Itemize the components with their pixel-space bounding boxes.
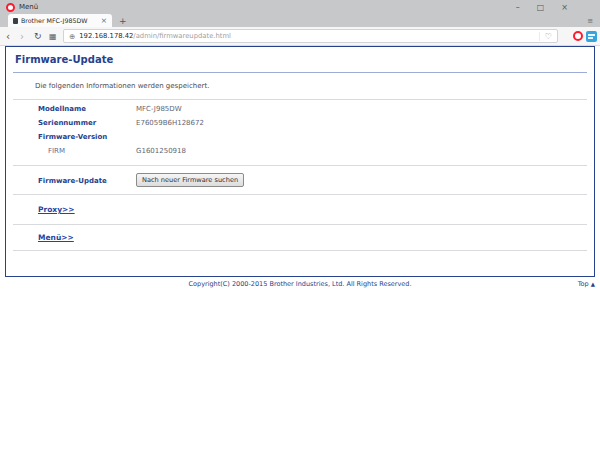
new-tab-button[interactable]: + — [119, 14, 127, 27]
reload-icon[interactable]: ↻ — [34, 27, 42, 45]
top-arrow-icon: ▲ — [591, 281, 595, 287]
info-row-serial: Seriennummer E76059B6H128672 — [6, 117, 594, 129]
intro-text: Die folgenden Informationen werden gespe… — [35, 82, 209, 90]
tab-close-icon[interactable]: × — [101, 16, 107, 25]
modelname-label: Modellname — [38, 105, 86, 113]
menu-bar: Menü – □ × — [0, 0, 600, 14]
site-globe-icon: ⊕ — [69, 32, 75, 41]
maximize-button[interactable]: □ — [537, 3, 545, 12]
top-link[interactable]: Top ▲ — [578, 280, 595, 288]
serial-value: E76059B6H128672 — [136, 119, 204, 127]
divider — [13, 224, 587, 225]
bookmark-heart-icon[interactable]: ♡ — [539, 32, 552, 41]
opera-logo-icon — [6, 3, 15, 12]
firmware-update-row: Firmware-Update Nach neuer Firmware such… — [6, 173, 594, 188]
navigation-toolbar: ‹ › ↻ ▦ ⊕ 192.168.178.42/admin/firmwareu… — [0, 27, 600, 46]
menu-button[interactable]: Menü — [19, 0, 38, 14]
back-icon[interactable]: ‹ — [6, 27, 10, 45]
firm-label: FIRM — [48, 147, 65, 155]
info-row-modelname: Modellname MFC-J985DW — [6, 103, 594, 115]
title-divider — [13, 72, 587, 73]
blue-extension-icon[interactable] — [586, 31, 597, 42]
close-button[interactable]: × — [561, 3, 568, 12]
opera-extension-icon[interactable] — [573, 31, 583, 41]
window-controls: – □ × — [516, 0, 568, 14]
speed-dial-icon[interactable]: ▦ — [49, 27, 57, 45]
serial-label: Seriennummer — [38, 119, 96, 127]
proxy-link[interactable]: Proxy>> — [38, 205, 75, 214]
info-row-firm: FIRM G1601250918 — [6, 145, 594, 157]
divider — [13, 194, 587, 195]
tab-menu-icon[interactable]: ≡ — [587, 14, 593, 27]
browser-window: Menü – □ × Brother MFC-J985DW × + ≡ ‹ › … — [0, 0, 600, 450]
menu-link[interactable]: Menü>> — [38, 233, 74, 242]
minimize-button[interactable]: – — [516, 3, 520, 12]
url-path: /admin/firmwareupdate.html — [133, 32, 231, 40]
url-host: 192.168.178.42 — [79, 32, 133, 40]
firmware-update-label: Firmware-Update — [38, 177, 107, 185]
firm-value: G1601250918 — [136, 147, 186, 155]
divider — [13, 250, 587, 251]
tab-favicon-printer-icon — [13, 18, 18, 24]
tab-brother-admin[interactable]: Brother MFC-J985DW × — [8, 14, 112, 27]
page-content: Firmware-Update Die folgenden Informatio… — [0, 46, 600, 450]
url-text: 192.168.178.42/admin/firmwareupdate.html — [79, 32, 231, 40]
firmware-panel: Firmware-Update Die folgenden Informatio… — [5, 46, 595, 277]
modelname-value: MFC-J985DW — [136, 105, 182, 113]
tab-title: Brother MFC-J985DW — [21, 17, 98, 24]
divider — [13, 165, 587, 166]
info-row-firmware-version: Firmware-Version — [6, 131, 594, 143]
top-link-label: Top — [578, 280, 589, 288]
firmware-version-label: Firmware-Version — [38, 133, 107, 141]
address-bar[interactable]: ⊕ 192.168.178.42/admin/firmwareupdate.ht… — [63, 29, 558, 43]
forward-icon[interactable]: › — [20, 27, 24, 45]
tab-bar: Brother MFC-J985DW × + ≡ — [0, 14, 600, 27]
divider — [13, 99, 587, 100]
copyright-text: Copyright(C) 2000-2015 Brother Industrie… — [0, 280, 600, 288]
page-title: Firmware-Update — [15, 54, 113, 65]
search-firmware-button[interactable]: Nach neuer Firmware suchen — [136, 173, 244, 187]
